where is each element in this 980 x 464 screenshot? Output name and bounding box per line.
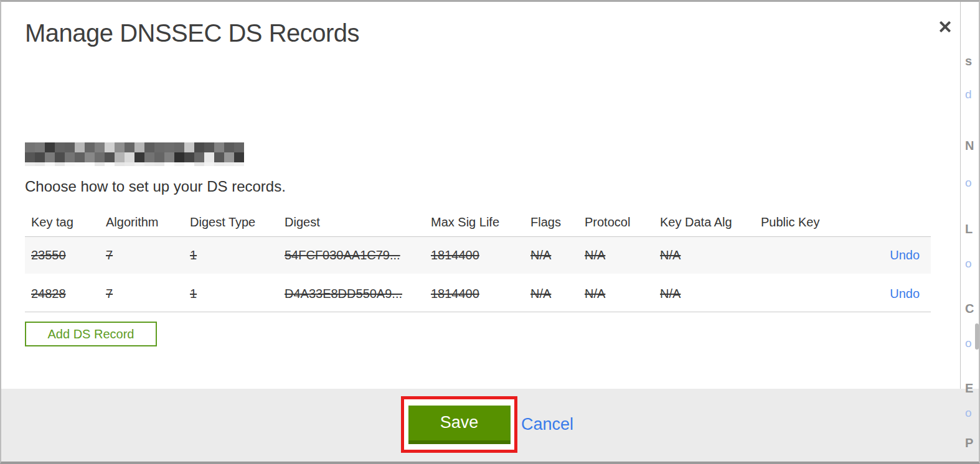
- background-edge-letter: C: [965, 302, 974, 316]
- cell-algorithm: 7: [106, 248, 190, 262]
- cell-digest-type: 1: [190, 287, 285, 301]
- redacted-domain-name: [25, 142, 244, 166]
- col-header-protocol: Protocol: [585, 215, 660, 230]
- background-edge-letter: L: [965, 222, 973, 236]
- dnssec-modal: Manage DNSSEC DS Records Choose how to s…: [0, 0, 980, 464]
- cancel-link[interactable]: Cancel: [521, 415, 573, 434]
- cell-flags: N/A: [530, 287, 585, 301]
- col-header-digest-type: Digest Type: [190, 215, 285, 230]
- background-edge-letter: N: [965, 139, 974, 153]
- cell-key-data-alg: N/A: [660, 287, 761, 301]
- background-edge-letter: E: [965, 381, 973, 396]
- background-edge-letter: s: [965, 54, 972, 68]
- cell-key-data-alg: N/A: [660, 248, 761, 262]
- save-button[interactable]: Save: [408, 406, 511, 444]
- red-highlight-annotation: Save: [401, 396, 517, 453]
- cell-key-tag: 23550: [31, 248, 106, 262]
- cell-algorithm: 7: [106, 287, 190, 301]
- background-edge-letter: o: [965, 336, 972, 350]
- cell-flags: N/A: [530, 248, 585, 262]
- page-title: Manage DNSSEC DS Records: [25, 19, 359, 47]
- col-header-public-key: Public Key: [761, 215, 885, 230]
- col-header-algorithm: Algorithm: [106, 215, 190, 230]
- cell-digest: D4A33E8DD550A9...: [285, 287, 431, 301]
- background-edge-letter: o: [965, 257, 972, 271]
- background-page-strip: sdNoLoCoEoP: [961, 2, 979, 462]
- add-ds-record-button[interactable]: Add DS Record: [25, 322, 157, 346]
- cell-protocol: N/A: [585, 248, 660, 262]
- page-scrollbar-thumb[interactable]: [975, 323, 979, 350]
- background-edge-letter: o: [965, 406, 972, 420]
- col-header-flags: Flags: [530, 215, 585, 230]
- undo-link[interactable]: Undo: [890, 287, 920, 300]
- col-header-digest: Digest: [285, 215, 431, 230]
- cell-max-sig-life: 1814400: [431, 287, 530, 301]
- col-header-key-data-alg: Key Data Alg: [660, 215, 761, 230]
- background-edge-letter: o: [965, 176, 972, 190]
- background-edge-letter: P: [965, 436, 973, 450]
- col-header-max-sig-life: Max Sig Life: [431, 215, 530, 230]
- instruction-text: Choose how to set up your DS records.: [25, 178, 286, 195]
- cell-protocol: N/A: [585, 287, 660, 301]
- cell-digest: 54FCF030AA1C79...: [285, 248, 431, 262]
- cell-max-sig-life: 1814400: [431, 248, 530, 262]
- close-icon[interactable]: [936, 18, 954, 35]
- background-edge-letter: d: [965, 88, 972, 101]
- table-row: 24828 7 1 D4A33E8DD550A9... 1814400 N/A …: [25, 276, 931, 312]
- table-header-row: Key tag Algorithm Digest Type Digest Max…: [25, 208, 931, 236]
- col-header-key-tag: Key tag: [31, 215, 106, 230]
- table-row: 23550 7 1 54FCF030AA1C79... 1814400 N/A …: [25, 237, 931, 274]
- cell-digest-type: 1: [190, 248, 285, 262]
- undo-link[interactable]: Undo: [890, 248, 920, 262]
- cell-key-tag: 24828: [31, 287, 106, 301]
